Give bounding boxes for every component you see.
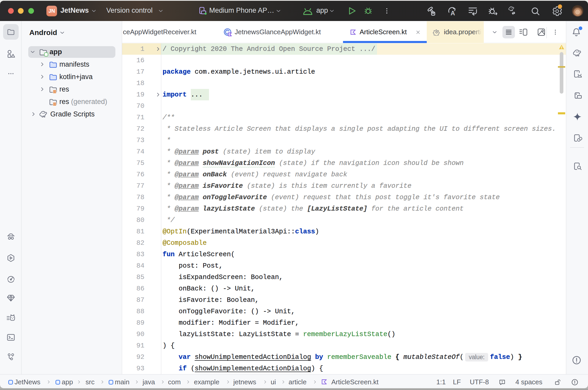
svg-text:A: A: [451, 10, 455, 17]
